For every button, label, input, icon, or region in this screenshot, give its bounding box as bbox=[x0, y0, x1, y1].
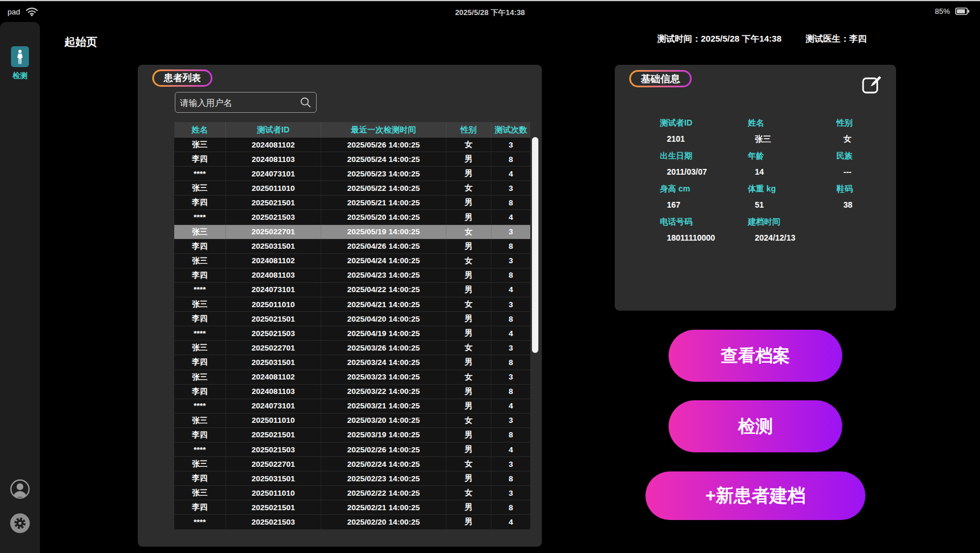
table-row[interactable]: **** 2025021503 2025/02/26 14:00:25 男 4 bbox=[174, 443, 530, 457]
cell-name: 张三 bbox=[174, 181, 226, 195]
cell-id: 2025011010 bbox=[226, 181, 321, 195]
cell-gender: 女 bbox=[446, 181, 491, 195]
cell-id: 2024081102 bbox=[226, 254, 321, 268]
cell-last-test-time: 2025/04/20 14:00:25 bbox=[321, 312, 446, 326]
info-field-label: 建档时间 bbox=[748, 217, 836, 227]
table-row[interactable]: 张三 2025011010 2025/03/20 14:00:25 女 3 bbox=[174, 414, 530, 428]
table-row[interactable]: 张三 2025011010 2025/04/21 14:00:25 女 3 bbox=[174, 297, 530, 312]
table-row[interactable]: 张三 2025022701 2025/02/24 14:00:25 女 3 bbox=[174, 457, 530, 471]
sidebar-item-detect-label: 检测 bbox=[0, 71, 40, 81]
cell-id: 2024081103 bbox=[226, 385, 321, 399]
table-row[interactable]: 李四 2024081103 2025/03/22 14:00:25 男 8 bbox=[174, 385, 530, 399]
table-row[interactable]: 李四 2024081103 2025/04/23 14:00:25 男 8 bbox=[174, 268, 530, 283]
cell-gender: 女 bbox=[446, 457, 491, 471]
cell-gender: 女 bbox=[446, 414, 491, 427]
cell-name: 张三 bbox=[174, 341, 226, 355]
edit-icon[interactable] bbox=[861, 74, 882, 94]
cell-last-test-time: 2025/05/20 14:00:25 bbox=[321, 210, 446, 224]
cell-id: 2025021501 bbox=[226, 500, 321, 514]
test-time: 测试时间：2025/5/28 下午14:38 bbox=[658, 34, 781, 45]
info-field-label: 电话号码 bbox=[660, 217, 748, 227]
cell-last-test-time: 2025/02/20 14:00:25 bbox=[321, 515, 446, 529]
cell-id: 2024073101 bbox=[226, 399, 321, 413]
cell-name: 李四 bbox=[174, 385, 226, 399]
cell-gender: 女 bbox=[446, 370, 491, 384]
column-header-time: 最近一次检测时间 bbox=[321, 122, 446, 138]
settings-gear-icon[interactable] bbox=[10, 513, 30, 533]
search-input[interactable] bbox=[175, 98, 300, 108]
table-row[interactable]: 李四 2025031501 2025/03/24 14:00:25 男 8 bbox=[174, 355, 530, 370]
table-scrollbar-thumb[interactable] bbox=[532, 137, 538, 353]
table-row[interactable]: 张三 2024081102 2025/03/23 14:00:25 女 3 bbox=[174, 370, 530, 385]
cell-id: 2025031501 bbox=[226, 239, 321, 253]
cell-test-count: 3 bbox=[491, 486, 530, 500]
new-patient-button[interactable]: +新患者建档 bbox=[645, 471, 865, 520]
cell-last-test-time: 2025/02/23 14:00:25 bbox=[321, 471, 446, 485]
detect-button[interactable]: 检测 bbox=[669, 400, 842, 452]
cell-test-count: 8 bbox=[491, 239, 530, 253]
info-field-value: --- bbox=[836, 167, 886, 176]
cell-id: 2024073101 bbox=[226, 283, 321, 297]
cell-name: 李四 bbox=[174, 312, 226, 326]
patient-list-title: 患者列表 bbox=[152, 69, 212, 87]
column-header-name: 姓名 bbox=[174, 122, 226, 138]
table-row[interactable]: 张三 2025022701 2025/05/19 14:00:25 女 3 bbox=[174, 225, 530, 239]
info-field-label: 出生日期 bbox=[660, 151, 748, 161]
table-row[interactable]: **** 2025021503 2025/04/19 14:00:25 男 4 bbox=[174, 326, 530, 341]
info-field-label: 年龄 bbox=[748, 151, 836, 161]
cell-name: **** bbox=[174, 326, 226, 340]
cell-gender: 男 bbox=[446, 196, 491, 209]
table-row[interactable]: 李四 2025021501 2025/02/21 14:00:25 男 8 bbox=[174, 500, 530, 515]
table-row[interactable]: 李四 2024081103 2025/05/24 14:00:25 男 8 bbox=[174, 152, 530, 167]
cell-test-count: 8 bbox=[491, 268, 530, 282]
cell-gender: 男 bbox=[446, 385, 491, 399]
column-header-id: 测试者ID bbox=[226, 122, 321, 138]
cell-gender: 男 bbox=[446, 239, 491, 253]
cell-test-count: 3 bbox=[491, 181, 530, 195]
cell-name: 张三 bbox=[174, 486, 226, 500]
cell-test-count: 4 bbox=[491, 399, 530, 413]
table-row[interactable]: **** 2024073101 2025/04/22 14:00:25 男 4 bbox=[174, 283, 530, 297]
info-field: 姓名 张三 bbox=[748, 118, 836, 151]
cell-name: **** bbox=[174, 167, 226, 180]
view-archive-button[interactable]: 查看档案 bbox=[669, 330, 842, 382]
cell-test-count: 8 bbox=[491, 385, 530, 399]
table-row[interactable]: 李四 2025021501 2025/04/20 14:00:25 男 8 bbox=[174, 312, 530, 326]
patient-list-panel: 患者列表 姓名 测试者ID 最近一次检测时间 性别 测试次数 张三 202408… bbox=[138, 65, 542, 547]
table-row[interactable]: 李四 2025021501 2025/03/19 14:00:25 男 8 bbox=[174, 428, 530, 443]
table-row[interactable]: 李四 2025021501 2025/05/21 14:00:25 男 8 bbox=[174, 196, 530, 210]
table-row[interactable]: 张三 2025022701 2025/03/26 14:00:25 女 3 bbox=[174, 341, 530, 355]
table-row[interactable]: 张三 2025011010 2025/05/22 14:00:25 女 3 bbox=[174, 181, 530, 196]
table-row[interactable]: **** 2025021503 2025/02/20 14:00:25 男 4 bbox=[174, 515, 530, 529]
cell-name: 李四 bbox=[174, 196, 226, 209]
info-field: 性别 女 bbox=[836, 118, 886, 151]
info-field: 建档时间 2024/12/13 bbox=[748, 217, 836, 250]
table-row[interactable]: 李四 2025031501 2025/04/26 14:00:25 男 8 bbox=[174, 239, 530, 254]
cell-last-test-time: 2025/03/26 14:00:25 bbox=[321, 341, 446, 355]
table-row[interactable]: 张三 2025011010 2025/02/22 14:00:25 女 3 bbox=[174, 486, 530, 500]
search-icon[interactable] bbox=[300, 97, 311, 108]
table-row[interactable]: **** 2024073101 2025/05/23 14:00:25 男 4 bbox=[174, 167, 530, 181]
cell-gender: 男 bbox=[446, 515, 491, 529]
cell-last-test-time: 2025/05/22 14:00:25 bbox=[321, 181, 446, 195]
info-field-value: 18011110000 bbox=[660, 233, 748, 242]
table-row[interactable]: **** 2025021503 2025/05/20 14:00:25 男 4 bbox=[174, 210, 530, 224]
page-title: 起始页 bbox=[64, 35, 97, 50]
profile-icon[interactable] bbox=[10, 479, 30, 499]
cell-name: 李四 bbox=[174, 355, 226, 369]
cell-gender: 男 bbox=[446, 500, 491, 514]
table-row[interactable]: 张三 2024081102 2025/05/26 14:00:25 女 3 bbox=[174, 138, 530, 152]
sidebar-item-detect[interactable] bbox=[11, 46, 29, 67]
table-row[interactable]: 李四 2025031501 2025/02/23 14:00:25 男 8 bbox=[174, 471, 530, 486]
table-row[interactable]: 张三 2024081102 2025/04/24 14:00:25 女 3 bbox=[174, 254, 530, 268]
cell-test-count: 4 bbox=[491, 443, 530, 456]
cell-last-test-time: 2025/02/26 14:00:25 bbox=[321, 443, 446, 456]
info-field: 民族 --- bbox=[836, 151, 886, 184]
cell-gender: 男 bbox=[446, 471, 491, 485]
table-row[interactable]: **** 2024073101 2025/03/21 14:00:25 男 4 bbox=[174, 399, 530, 414]
info-field-value: 51 bbox=[748, 200, 836, 209]
cell-id: 2025021503 bbox=[226, 443, 321, 456]
status-time: 2025/5/28 下午14:38 bbox=[0, 8, 980, 18]
cell-id: 2024081102 bbox=[226, 138, 321, 152]
info-field-value: 2101 bbox=[660, 134, 748, 143]
